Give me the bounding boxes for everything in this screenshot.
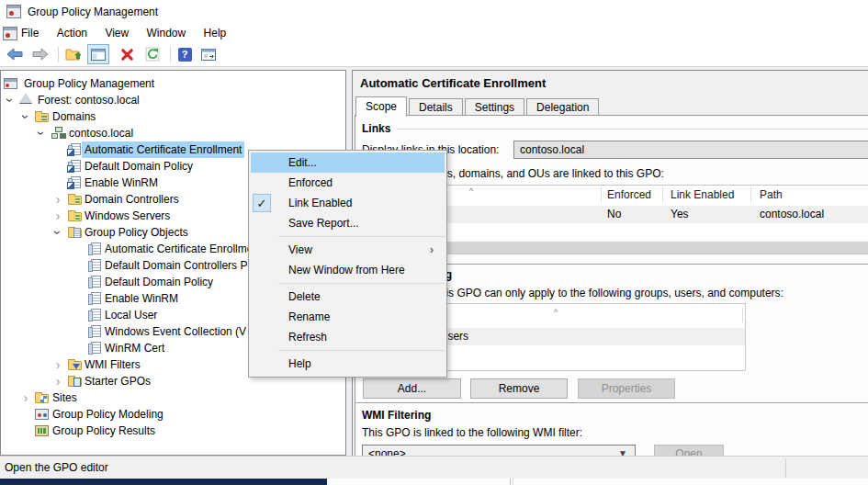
window-title: Group Policy Management [28, 6, 158, 18]
menu-item-label: View [288, 243, 312, 256]
menu-item-edit[interactable]: Edit... [251, 152, 445, 173]
menu-help[interactable]: Help [197, 25, 234, 41]
chevron-expanded-icon[interactable]: › [17, 111, 34, 122]
menu-window[interactable]: Window [140, 25, 194, 41]
show-console-tree-icon[interactable] [87, 44, 109, 64]
chevron-collapsed-icon[interactable]: › [52, 356, 63, 373]
taskbar-divider [510, 479, 511, 485]
tree-item-forest[interactable]: ›Forest: contoso.local [1, 92, 345, 108]
menu-view[interactable]: View [97, 25, 136, 41]
gpo-icon [91, 342, 101, 354]
cell-enforced: No [607, 206, 621, 223]
links-location-combo[interactable]: contoso.local [513, 141, 868, 159]
taskbar-divider [513, 479, 513, 485]
links-col-enforced[interactable]: Enforced [607, 186, 651, 204]
menu-file[interactable]: File [14, 25, 46, 41]
tree-item-gp-modeling[interactable]: Group Policy Modeling [1, 406, 345, 423]
chevron-collapsed-icon[interactable]: › [52, 373, 63, 389]
gpo-title: Automatic Certificate Enrollment [360, 76, 546, 90]
links-heading: Links [362, 122, 390, 135]
sort-asc-icon: ^ [469, 186, 473, 196]
menu-item-help[interactable]: Help [251, 354, 445, 374]
tab-strip: Scope Details Settings Delegation [355, 96, 601, 116]
remove-button[interactable]: Remove [470, 378, 568, 399]
tab-delegation[interactable]: Delegation [526, 98, 599, 116]
tree-item-sites[interactable]: ›Sites [1, 389, 345, 406]
menu-item-refresh[interactable]: Refresh [251, 327, 445, 347]
menu-separator [278, 236, 445, 237]
chevron-collapsed-icon[interactable]: › [52, 208, 63, 224]
menu-item-save-report[interactable]: Save Report... [251, 213, 445, 233]
chevron-collapsed-icon[interactable]: › [52, 191, 63, 208]
menu-item-label: Link Enabled [288, 197, 352, 209]
gpo-icon [91, 325, 101, 337]
menu-separator [278, 283, 445, 284]
export-list-icon[interactable] [197, 44, 220, 64]
column-divider [750, 187, 751, 202]
menu-item-link-enabled[interactable]: ✓Link Enabled [251, 193, 445, 213]
gpo-link-icon [71, 160, 81, 172]
checkmark-icon: ✓ [253, 194, 271, 212]
results-icon [35, 425, 49, 436]
tab-scope[interactable]: Scope [355, 96, 407, 117]
gpo-link-icon [71, 143, 81, 155]
gpo-container-folder-icon [68, 229, 82, 238]
gpo-context-menu: Edit... Enforced ✓Link Enabled Save Repo… [248, 150, 447, 378]
delete-icon[interactable] [116, 44, 138, 64]
wmi-description: This GPO is linked to the following WMI … [362, 426, 582, 439]
gpo-icon [91, 242, 101, 254]
gpo-icon [91, 292, 101, 304]
modeling-icon [35, 409, 49, 420]
links-heading-rule [397, 129, 868, 130]
gpo-icon [91, 309, 101, 321]
refresh-icon[interactable] [141, 44, 163, 64]
column-divider [601, 187, 602, 202]
submenu-arrow-icon: › [430, 240, 434, 260]
gpmc-window: Group Policy Management File Action View… [0, 0, 868, 485]
column-divider [742, 308, 743, 322]
cell-path: contoso.local [760, 206, 824, 223]
gpo-link-icon [71, 176, 81, 188]
ou-folder-icon [68, 196, 82, 205]
title-bar: Group Policy Management [0, 0, 868, 25]
chevron-expanded-icon[interactable]: › [33, 128, 50, 139]
menu-item-rename[interactable]: Rename [251, 307, 445, 327]
chevron-expanded-icon[interactable]: › [2, 95, 18, 106]
menu-item-enforced[interactable]: Enforced [251, 173, 445, 193]
tab-details[interactable]: Details [409, 98, 463, 116]
help-icon[interactable]: ? [174, 44, 196, 64]
tree-item-domain-contoso[interactable]: ›contoso.local [1, 125, 345, 141]
console-root-icon [4, 78, 17, 89]
ou-folder-icon [68, 212, 82, 221]
wmi-filters-folder-icon [68, 361, 82, 370]
status-text: Open the GPO editor [5, 461, 108, 474]
chevron-expanded-icon[interactable]: › [50, 227, 66, 238]
menu-item-delete[interactable]: Delete [251, 287, 445, 307]
tree-item-domains[interactable]: ›Domains [1, 108, 345, 125]
links-col-link-enabled[interactable]: Link Enabled [671, 186, 734, 204]
starter-gpos-folder-icon [68, 378, 82, 387]
taskbar-edge [0, 479, 868, 485]
menu-bar: File Action View Window Help [0, 25, 868, 42]
menu-item-view[interactable]: View› [251, 240, 445, 260]
gpo-icon [91, 276, 101, 288]
taskbar-dark-segment [0, 479, 327, 485]
tree-item-root[interactable]: Group Policy Management [1, 75, 345, 92]
back-icon[interactable] [4, 44, 26, 64]
domain-icon [51, 128, 65, 139]
column-divider [662, 187, 663, 202]
add-button[interactable]: Add... [363, 378, 461, 399]
toolbar: ? [0, 42, 868, 67]
up-one-level-icon[interactable] [62, 44, 85, 64]
forward-icon[interactable] [29, 44, 51, 64]
links-col-path[interactable]: Path [760, 186, 783, 204]
status-divider [785, 458, 786, 478]
menu-action[interactable]: Action [50, 25, 95, 41]
tree-item-gp-results[interactable]: Group Policy Results [1, 423, 345, 439]
tab-settings[interactable]: Settings [465, 98, 524, 116]
chevron-collapsed-icon[interactable]: › [20, 389, 31, 406]
properties-button[interactable]: Properties [578, 378, 675, 399]
toolbar-separator [58, 47, 59, 62]
menu-item-new-window[interactable]: New Window from Here [251, 260, 445, 280]
links-location-value: contoso.local [520, 143, 584, 156]
